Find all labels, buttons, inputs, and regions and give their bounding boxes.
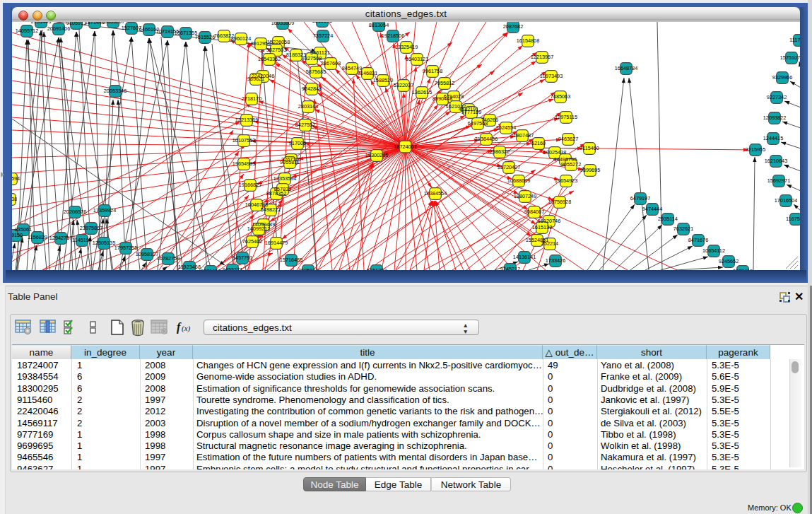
svg-text:16782759: 16782759 — [157, 255, 180, 262]
svg-text:16648784: 16648784 — [615, 65, 637, 71]
svg-text:1244415: 1244415 — [763, 135, 783, 141]
svg-text:252214: 252214 — [541, 240, 558, 247]
svg-text:39150: 39150 — [12, 232, 23, 238]
svg-text:9146821: 9146821 — [358, 70, 377, 76]
svg-text:12505135: 12505135 — [93, 240, 115, 246]
svg-text:15692971: 15692971 — [767, 177, 790, 184]
svg-text:9115460: 9115460 — [579, 145, 599, 151]
svg-text:9327508: 9327508 — [302, 55, 322, 62]
svg-text:9245212: 9245212 — [500, 266, 520, 270]
svg-text:7986322: 7986322 — [490, 148, 510, 155]
svg-text:1615132: 1615132 — [532, 224, 552, 230]
svg-text:5875685: 5875685 — [306, 69, 326, 75]
svg-text:5498222: 5498222 — [261, 206, 281, 213]
svg-text:18807249: 18807249 — [514, 193, 536, 199]
svg-text:917006: 917006 — [289, 140, 306, 146]
svg-text:9777169: 9777169 — [461, 109, 481, 115]
svg-text:1145194: 1145194 — [72, 237, 92, 243]
svg-text:19218506: 19218506 — [382, 33, 404, 39]
svg-text:15226058: 15226058 — [267, 39, 290, 45]
svg-text:746266: 746266 — [481, 117, 498, 123]
svg-text:8960124: 8960124 — [231, 35, 251, 42]
svg-text:6151293: 6151293 — [367, 267, 387, 270]
svg-text:9899695: 9899695 — [580, 167, 600, 173]
svg-text:5322037: 5322037 — [394, 82, 413, 88]
svg-text:857833: 857833 — [274, 186, 291, 192]
svg-text:12093822: 12093822 — [763, 115, 786, 121]
svg-text:15751074: 15751074 — [780, 54, 800, 61]
svg-text:7485063: 7485063 — [551, 93, 570, 100]
svg-text:2087682: 2087682 — [503, 23, 523, 30]
svg-text:16403121: 16403121 — [406, 56, 428, 62]
svg-text:1167533: 1167533 — [786, 216, 800, 222]
svg-text:9242848: 9242848 — [302, 86, 322, 92]
svg-text:8510872: 8510872 — [312, 22, 332, 24]
svg-text:2151443: 2151443 — [31, 22, 51, 25]
svg-text:19654983: 19654983 — [233, 160, 255, 167]
svg-text:7905813: 7905813 — [298, 267, 318, 270]
svg-text:17016504: 17016504 — [775, 197, 797, 204]
svg-text:14055712: 14055712 — [16, 28, 38, 34]
svg-text:19384554: 19384554 — [424, 190, 447, 197]
svg-text:12975115: 12975115 — [555, 114, 577, 120]
svg-text:7357224: 7357224 — [313, 33, 333, 39]
svg-text:9055272: 9055272 — [561, 161, 581, 168]
svg-text:16543362: 16543362 — [258, 56, 281, 62]
svg-text:9055811: 9055811 — [280, 159, 300, 165]
svg-text:f: f — [177, 321, 182, 334]
svg-text:9474444: 9474444 — [642, 206, 662, 212]
svg-text:12942757: 12942757 — [49, 235, 72, 241]
svg-text:14136141: 14136141 — [513, 254, 536, 260]
svg-text:19166827: 19166827 — [239, 182, 261, 188]
svg-text:16671355: 16671355 — [175, 30, 197, 36]
svg-text:9245652: 9245652 — [719, 258, 739, 264]
svg-text:9329966: 9329966 — [772, 74, 792, 81]
svg-text:9463627: 9463627 — [558, 136, 578, 142]
svg-text:3624554: 3624554 — [496, 124, 516, 131]
svg-text:989621: 989621 — [247, 76, 264, 82]
svg-text:16914479: 16914479 — [265, 240, 288, 246]
svg-text:15838: 15838 — [12, 196, 17, 202]
svg-text:9105913: 9105913 — [66, 22, 86, 26]
svg-text:10688609: 10688609 — [507, 177, 530, 184]
svg-text:8427552: 8427552 — [295, 122, 315, 128]
svg-text:9961758: 9961758 — [423, 68, 442, 74]
svg-text:19654923: 19654923 — [555, 177, 577, 184]
svg-text:6479197: 6479197 — [630, 195, 650, 201]
svg-text:10958107: 10958107 — [136, 251, 158, 257]
svg-text:2935114: 2935114 — [658, 216, 678, 222]
svg-text:20091406: 20091406 — [47, 25, 70, 32]
svg-text:13325419: 13325419 — [395, 44, 418, 50]
svg-text:(x): (x) — [182, 324, 191, 333]
svg-text:153594: 153594 — [12, 175, 20, 182]
svg-text:18300295: 18300295 — [365, 152, 388, 158]
svg-text:9457791: 9457791 — [233, 255, 252, 261]
svg-text:9327503: 9327503 — [266, 47, 286, 53]
svg-text:10973493: 10973493 — [540, 73, 563, 79]
svg-text:2803144: 2803144 — [298, 103, 318, 110]
svg-text:6794028: 6794028 — [444, 93, 464, 100]
svg-text:20206576: 20206576 — [64, 209, 86, 215]
svg-text:16120746: 16120746 — [538, 218, 560, 224]
svg-text:1733426: 1733426 — [546, 257, 565, 264]
svg-text:1362615: 1362615 — [412, 89, 432, 95]
svg-text:23975867: 23975867 — [80, 225, 102, 231]
svg-text:1588520: 1588520 — [373, 77, 393, 83]
svg-text:7955812: 7955812 — [435, 80, 454, 86]
svg-text:12213369: 12213369 — [235, 117, 258, 123]
svg-text:2718170: 2718170 — [242, 95, 261, 102]
svg-text:7632621: 7632621 — [673, 226, 693, 232]
svg-text:16210643: 16210643 — [765, 158, 787, 164]
svg-text:17957255: 17957255 — [114, 245, 137, 251]
svg-text:835061: 835061 — [15, 226, 32, 233]
svg-text:19756928: 19756928 — [548, 199, 571, 205]
svg-text:16033809: 16033809 — [271, 22, 294, 26]
svg-text:7625402: 7625402 — [242, 238, 262, 245]
svg-text:10107553: 10107553 — [233, 137, 255, 144]
svg-text:7515526: 7515526 — [195, 34, 215, 40]
svg-text:21364436: 21364436 — [475, 136, 498, 142]
svg-text:12213967: 12213967 — [531, 54, 553, 60]
svg-text:9227342: 9227342 — [767, 94, 787, 100]
svg-text:9571408: 9571408 — [201, 268, 220, 270]
svg-text:18724007: 18724007 — [394, 144, 416, 150]
